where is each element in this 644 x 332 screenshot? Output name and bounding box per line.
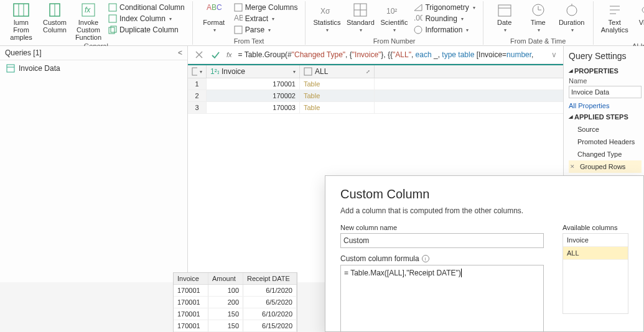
format-button[interactable]: ABCFormat xyxy=(198,1,230,34)
custom-formula-label: Custom column formulai xyxy=(340,254,544,263)
ribbon: lumn From amples Custom Column fxInvoke … xyxy=(0,0,644,46)
cell-invoice: 170001 xyxy=(207,78,300,90)
information-button[interactable]: Information xyxy=(411,25,477,35)
svg-point-29 xyxy=(567,6,577,16)
standard-button[interactable]: Standard xyxy=(344,1,376,34)
record-preview: Invoice Amount Receipt DATE 1700011006/1… xyxy=(173,272,297,332)
new-column-name-label: New column name xyxy=(340,224,544,231)
ribbon-group-fromtext: ABCFormat Merge Columns ABCExtract Parse… xyxy=(193,1,306,45)
col-header-all[interactable]: ALL⤢ xyxy=(300,65,375,78)
expand-icon[interactable]: ⤢ xyxy=(366,69,370,75)
available-columns-label: Available columns xyxy=(562,224,628,231)
duration-button[interactable]: Duration xyxy=(556,1,588,34)
cell-all[interactable]: Table xyxy=(300,90,375,101)
custom-column-button[interactable]: Custom Column xyxy=(39,1,71,35)
statistics-button[interactable]: ΧσStatistics xyxy=(310,1,343,34)
dialog-title: Custom Column xyxy=(340,187,628,201)
invoke-custom-function-button[interactable]: fxInvoke Custom Function xyxy=(72,1,105,42)
conditional-column-button[interactable]: Conditional Column xyxy=(106,2,187,12)
steps-section[interactable]: APPLIED STEPS xyxy=(569,113,642,121)
dup-icon xyxy=(108,25,117,34)
properties-section[interactable]: PROPERTIES xyxy=(569,67,642,75)
avail-col-all[interactable]: ALL xyxy=(563,247,628,260)
index-column-button[interactable]: Index Column xyxy=(106,14,187,24)
svg-rect-40 xyxy=(192,68,197,75)
scientific-button[interactable]: 10²Scientific xyxy=(378,1,410,34)
available-columns-list: Invoice ALL xyxy=(562,233,628,314)
eye-icon xyxy=(640,2,644,17)
rounding-button[interactable]: .00Rounding xyxy=(411,14,477,24)
time-button[interactable]: Time xyxy=(522,1,554,34)
vision-button[interactable]: Vision xyxy=(632,1,644,27)
info-icon xyxy=(414,25,422,34)
table-row[interactable]: 2 170002 Table xyxy=(188,90,563,102)
settings-title: Query Settings xyxy=(569,51,642,61)
cell-invoice: 170003 xyxy=(207,102,300,113)
cell-all[interactable]: Table xyxy=(300,102,375,113)
queries-pane: Queries [1] < Invoice Data xyxy=(0,46,188,282)
commit-icon[interactable] xyxy=(210,50,220,60)
svg-text:ABC: ABC xyxy=(234,14,243,22)
duplicate-column-button[interactable]: Duplicate Column xyxy=(106,25,187,35)
fx-icon: fx xyxy=(80,2,97,17)
text-icon xyxy=(606,2,623,17)
row-index: 3 xyxy=(188,102,207,113)
group-label-fromtext: From Text xyxy=(234,37,264,45)
collapse-icon[interactable]: < xyxy=(178,48,182,57)
svg-text:Χσ: Χσ xyxy=(320,7,330,16)
index-icon xyxy=(108,14,117,23)
group-label-fromnumber: From Number xyxy=(373,37,416,45)
table-row[interactable]: 1 170001 Table xyxy=(188,78,563,90)
trigonometry-button[interactable]: Trigonometry xyxy=(411,2,477,12)
svg-rect-24 xyxy=(498,5,511,16)
table-type-icon xyxy=(304,67,312,76)
preview-row: 1700011006/1/2020 xyxy=(174,285,297,297)
data-grid: ▾ 1²₃Invoice▾ ALL⤢ 1 170001 Table 2 1700… xyxy=(188,64,563,114)
preview-row: 1700011506/15/2020 xyxy=(174,320,297,332)
query-item-invoice-data[interactable]: Invoice Data xyxy=(0,60,187,76)
merge-columns-button[interactable]: Merge Columns xyxy=(231,2,301,12)
round-icon: .00 xyxy=(414,14,422,23)
fx-label: fx xyxy=(226,51,232,58)
svg-text:B: B xyxy=(212,3,217,12)
parse-button[interactable]: Parse xyxy=(231,25,301,35)
row-header-corner[interactable]: ▾ xyxy=(188,65,207,78)
column-from-examples-button[interactable]: lumn From amples xyxy=(5,1,37,42)
applied-step[interactable]: Source xyxy=(569,123,642,136)
table-row[interactable]: 3 170003 Table xyxy=(188,102,563,114)
formula-text[interactable]: = Table.Group(#"Changed Type", {"Invoice… xyxy=(238,50,545,59)
exp-icon: 10² xyxy=(385,2,403,17)
applied-step[interactable]: Grouped Rows xyxy=(569,160,642,173)
cell-invoice: 170002 xyxy=(207,90,300,101)
merge-icon xyxy=(234,3,243,12)
table-icon xyxy=(192,67,197,76)
extract-icon: ABC xyxy=(234,14,243,23)
calc-icon xyxy=(352,2,369,17)
extract-button[interactable]: ABCExtract xyxy=(231,14,301,24)
col-header-invoice[interactable]: 1²₃Invoice▾ xyxy=(207,65,300,78)
svg-text:C: C xyxy=(217,3,222,12)
svg-text:10²: 10² xyxy=(386,7,397,16)
formula-bar: fx = Table.Group(#"Changed Type", {"Invo… xyxy=(188,46,563,64)
expand-formula-icon[interactable]: ∨ xyxy=(551,50,557,59)
cancel-icon[interactable] xyxy=(194,50,204,60)
queries-title: Queries [1] xyxy=(5,48,42,57)
custom-formula-input[interactable]: = Table.Max([ALL],"Receipt DATE") xyxy=(340,265,544,332)
cell-all[interactable]: Table xyxy=(300,78,375,90)
ribbon-group-ai: Text Analytics Vision Azure Machine Lear… xyxy=(594,1,644,45)
query-name-input[interactable] xyxy=(569,86,642,98)
sigma-icon: Χσ xyxy=(318,2,335,17)
applied-step[interactable]: Changed Type xyxy=(569,148,642,160)
parse-icon xyxy=(234,25,243,34)
svg-rect-36 xyxy=(7,65,14,72)
clock-icon xyxy=(530,2,547,17)
text-analytics-button[interactable]: Text Analytics xyxy=(599,1,631,35)
info-icon[interactable]: i xyxy=(422,255,429,262)
all-properties-link[interactable]: All Properties xyxy=(569,102,642,109)
svg-text:A: A xyxy=(207,3,212,12)
svg-rect-7 xyxy=(109,4,116,11)
applied-step[interactable]: Promoted Headers xyxy=(569,136,642,148)
date-button[interactable]: Date xyxy=(488,1,521,34)
new-column-name-input[interactable] xyxy=(340,233,544,248)
avail-col-invoice[interactable]: Invoice xyxy=(563,234,628,247)
